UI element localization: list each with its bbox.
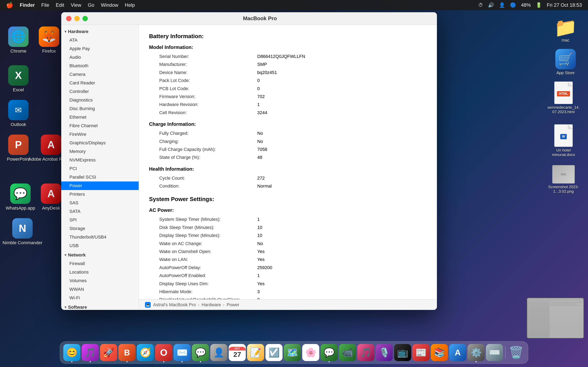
battery-icon[interactable]: 🔋	[536, 2, 542, 8]
network-arrow-icon: ▾	[65, 253, 66, 257]
bluetooth-icon[interactable]: 🔵	[510, 2, 516, 8]
dock-brave[interactable]: B	[118, 344, 136, 361]
dock-safari[interactable]: 🧭	[137, 344, 154, 361]
maximize-button[interactable]	[82, 16, 88, 21]
apple-menu[interactable]: 🍎	[6, 2, 13, 8]
dock-notes[interactable]: 📝	[247, 344, 264, 361]
sidebar-item-memory[interactable]: Memory	[61, 147, 139, 156]
dock-podcasts[interactable]: 🎙️	[376, 344, 393, 361]
semnedecarte-file[interactable]: HTML semnedecarte_14.07.2023.html	[545, 82, 582, 114]
sidebar-item-firewall[interactable]: Firewall	[61, 259, 139, 268]
menu-edit[interactable]: Edit	[56, 2, 64, 8]
hardware-section-header[interactable]: ▾ Hardware	[61, 27, 139, 36]
dock-mail[interactable]: ✉️	[173, 344, 191, 361]
dock-launchpad[interactable]: 🚀	[100, 344, 117, 361]
dock-script[interactable]: ⌨️	[486, 344, 503, 361]
nimble-desktop-icon[interactable]: N Nimble Commander	[4, 218, 41, 245]
sidebar-item-wifi[interactable]: Wi-Fi	[61, 294, 139, 302]
menu-file[interactable]: File	[41, 2, 49, 8]
sidebar-item-disc-burning[interactable]: Disc Burning	[61, 104, 139, 113]
sidebar-item-sas[interactable]: SAS	[61, 199, 139, 207]
dock-appstore[interactable]: A	[449, 344, 466, 361]
dock-syspref[interactable]: ⚙️	[467, 344, 485, 361]
dock-calendar[interactable]: OCT 27	[229, 344, 246, 361]
network-section-header[interactable]: ▾ Network	[61, 251, 139, 259]
sidebar-item-parallel-scsi[interactable]: Parallel SCSI	[61, 173, 139, 182]
dock-reminders[interactable]: ☑️	[265, 344, 283, 361]
software-section-header[interactable]: ▾ Software	[61, 303, 139, 310]
volume-icon[interactable]: 🔊	[488, 2, 494, 8]
sidebar-item-volumes[interactable]: Volumes	[61, 276, 139, 285]
user-icon[interactable]: 👤	[499, 2, 505, 8]
photos-icon: 🌸	[305, 347, 316, 358]
dock-news[interactable]: 📰	[412, 344, 430, 361]
dock-siri[interactable]: 🎵	[82, 344, 99, 361]
dock-photos[interactable]: 🌸	[302, 344, 319, 361]
firefox-desktop-icon[interactable]: 🦊 Firefox	[35, 26, 63, 54]
sidebar-item-graphics[interactable]: Graphics/Displays	[61, 139, 139, 147]
sidebar-item-thunderbolt[interactable]: Thunderbolt/USB4	[61, 233, 139, 242]
menu-go[interactable]: Go	[88, 2, 94, 8]
sidebar-item-printers[interactable]: Printers	[61, 190, 139, 199]
sidebar-item-pci[interactable]: PCI	[61, 164, 139, 173]
minimize-button[interactable]	[74, 16, 80, 21]
dock-whatsapp[interactable]: 💬	[192, 344, 209, 361]
dock-music[interactable]: 🎵	[357, 344, 374, 361]
menu-view[interactable]: View	[71, 2, 81, 8]
dock-books[interactable]: 📚	[431, 344, 448, 361]
opera-dock-icon: O	[160, 347, 167, 358]
time-machine-icon[interactable]: ⏱	[478, 2, 483, 8]
sidebar-item-apple-pay[interactable]: Apple Pay	[61, 44, 139, 53]
dock-messages[interactable]: 💬	[320, 344, 338, 361]
mac-folder-icon[interactable]: 📁 mac	[549, 18, 582, 43]
sidebar-item-controller[interactable]: Controller	[61, 87, 139, 96]
sidebar-item-power[interactable]: Power	[61, 182, 139, 190]
sidebar-item-camera[interactable]: Camera	[61, 70, 139, 79]
whatsapp-desktop-icon[interactable]: 💬 WhatsApp.app	[4, 184, 37, 211]
finder-icon: 😊	[66, 347, 78, 358]
anydesk-desktop-icon[interactable]: A AnyDesk	[37, 184, 65, 211]
sidebar-item-bluetooth[interactable]: Bluetooth	[61, 62, 139, 70]
window-title: MacBook Pro	[88, 15, 432, 22]
facetime-icon: 📹	[342, 347, 353, 358]
sidebar-item-diagnostics[interactable]: Diagnostics	[61, 96, 139, 104]
screenshot-file[interactable]: IMG Screenshot 2023-1...3.02.png	[545, 165, 582, 194]
sidebar-item-firewire[interactable]: FireWire	[61, 130, 139, 139]
breadcrumb-computer-icon: 💻	[145, 302, 151, 308]
sidebar-item-audio[interactable]: Audio	[61, 53, 139, 62]
messages-icon: 💬	[324, 347, 335, 358]
close-button[interactable]	[66, 16, 71, 21]
script-icon: ⌨️	[489, 347, 500, 358]
dock-facetime[interactable]: 📹	[339, 344, 356, 361]
chrome-desktop-icon[interactable]: 🌐 Chrome	[4, 26, 33, 54]
dock-contacts[interactable]: 👤	[210, 344, 227, 361]
sidebar-item-storage[interactable]: Storage	[61, 224, 139, 233]
menu-help[interactable]: Help	[125, 2, 135, 8]
outlook-desktop-icon[interactable]: ✉ Outlook	[4, 100, 33, 127]
dock-finder[interactable]: 😊	[63, 344, 80, 361]
menu-window[interactable]: Window	[101, 2, 118, 8]
sidebar-item-nvmexpress[interactable]: NVMExpress	[61, 156, 139, 164]
dock-opera[interactable]: O	[155, 344, 172, 361]
sidebar-item-ata[interactable]: ATA	[61, 36, 139, 44]
excel-desktop-icon[interactable]: X Excel	[4, 65, 33, 92]
sysprefd-icon: ⚙️	[471, 347, 482, 358]
appstore-desktop-icon[interactable]: 🛒 App Store	[549, 49, 582, 75]
sidebar-item-spi[interactable]: SPI	[61, 216, 139, 224]
sidebar-item-sata[interactable]: SATA	[61, 207, 139, 216]
sidebar-item-wwan[interactable]: WWAN	[61, 285, 139, 294]
dock-tv[interactable]: 📺	[394, 344, 411, 361]
sidebar-item-usb[interactable]: USB	[61, 242, 139, 250]
system-power-title: System Power Settings:	[149, 196, 427, 202]
sidebar-item-fibre-channel[interactable]: Fibre Channel	[61, 122, 139, 130]
sidebar-item-locations[interactable]: Locations	[61, 268, 139, 276]
unhotel-file[interactable]: W Un hotel minunat.docx	[545, 124, 582, 157]
app-name[interactable]: Finder	[20, 2, 35, 8]
menubar: 🍎 Finder File Edit View Go Window Help ⏱…	[0, 0, 588, 10]
dock-maps[interactable]: 🗺️	[284, 344, 301, 361]
network-section: ▾ Network Firewall Locations Volumes WWA…	[61, 251, 139, 302]
dock-trash[interactable]: 🗑️	[508, 344, 525, 361]
launchpad-icon: 🚀	[103, 347, 114, 358]
sidebar-item-card-reader[interactable]: Card Reader	[61, 79, 139, 87]
sidebar-item-ethernet[interactable]: Ethernet	[61, 113, 139, 122]
